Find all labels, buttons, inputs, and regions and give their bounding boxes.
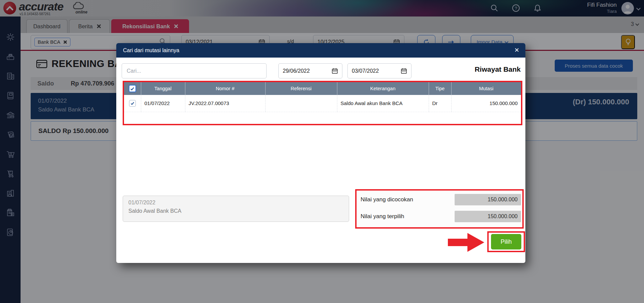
modal-search-input[interactable]: [122, 63, 267, 78]
close-modal-icon[interactable]: ✕: [514, 46, 519, 54]
modal-header: Cari dari mutasi lainnya ✕: [116, 43, 525, 58]
detail-description: Saldo Awal Bank BCA: [128, 208, 343, 214]
col-header-tipe[interactable]: Tipe: [429, 82, 451, 95]
date-value: 29/06/2022: [283, 68, 310, 74]
col-header-keterangan[interactable]: Keterangan: [337, 82, 429, 95]
table-row[interactable]: 01/07/2022 JV.2022.07.00073 Saldo Awal a…: [124, 95, 521, 112]
col-header-mutasi[interactable]: Mutasi: [451, 82, 521, 95]
select-all-checkbox[interactable]: [129, 85, 136, 92]
calendar-icon: [332, 68, 338, 74]
modal-date-to-field[interactable]: 03/07/2022: [347, 63, 411, 78]
col-header-tanggal[interactable]: Tanggal: [141, 82, 185, 95]
col-header-referensi[interactable]: Referensi: [265, 82, 337, 95]
matched-value: 150.000.000: [455, 194, 521, 205]
riwayat-bank-heading: Riwayat Bank: [474, 65, 521, 73]
cell-mutasi: 150.000.000: [451, 95, 521, 112]
cell-keterangan: Saldo Awal akun Bank BCA: [337, 95, 429, 112]
riwayat-bank-table: Tanggal Nomor # Referensi Keterangan Tip…: [124, 82, 521, 112]
summary-annotation-box: Nilai yang dicocokan 150.000.000 Nilai y…: [355, 189, 524, 229]
detail-date: 01/07/2022: [128, 200, 343, 206]
matched-label: Nilai yang dicocokan: [361, 196, 413, 203]
cell-tipe: Dr: [429, 95, 451, 112]
select-all-cell: [124, 82, 141, 95]
calendar-icon: [401, 68, 407, 74]
date-value: 03/07/2022: [352, 68, 379, 74]
col-header-nomor[interactable]: Nomor #: [185, 82, 265, 95]
matched-value-row: Nilai yang dicocokan 150.000.000: [361, 194, 521, 205]
modal-title: Cari dari mutasi lainnya: [123, 47, 179, 54]
cell-tanggal: 01/07/2022: [141, 95, 185, 112]
search-mutation-modal: Cari dari mutasi lainnya ✕ 29/06/2022 03…: [116, 43, 525, 263]
pilih-annotation-box: Pilih: [487, 231, 525, 252]
cell-nomor: JV.2022.07.00073: [185, 95, 265, 112]
row-checkbox[interactable]: [129, 100, 136, 107]
selected-value-row: Nilai yang terpilih 150.000.000: [361, 211, 521, 222]
annotation-arrow: [448, 233, 485, 252]
row-checkbox-cell: [124, 95, 141, 112]
riwayat-table-annotation-box: Tanggal Nomor # Referensi Keterangan Tip…: [123, 81, 522, 125]
cell-referensi: [265, 95, 337, 112]
check-icon: [130, 101, 134, 105]
selected-mutation-detail-box: 01/07/2022 Saldo Awal Bank BCA: [123, 196, 349, 222]
selected-label: Nilai yang terpilih: [361, 213, 404, 220]
modal-date-from-field[interactable]: 29/06/2022: [278, 63, 342, 78]
table-header-row: Tanggal Nomor # Referensi Keterangan Tip…: [124, 82, 521, 95]
app-root: accurate online v1.0.1#3432-587261 ? Fif…: [0, 0, 644, 303]
check-icon: [130, 87, 134, 91]
selected-value: 150.000.000: [455, 211, 521, 222]
pilih-button[interactable]: Pilih: [491, 234, 521, 249]
